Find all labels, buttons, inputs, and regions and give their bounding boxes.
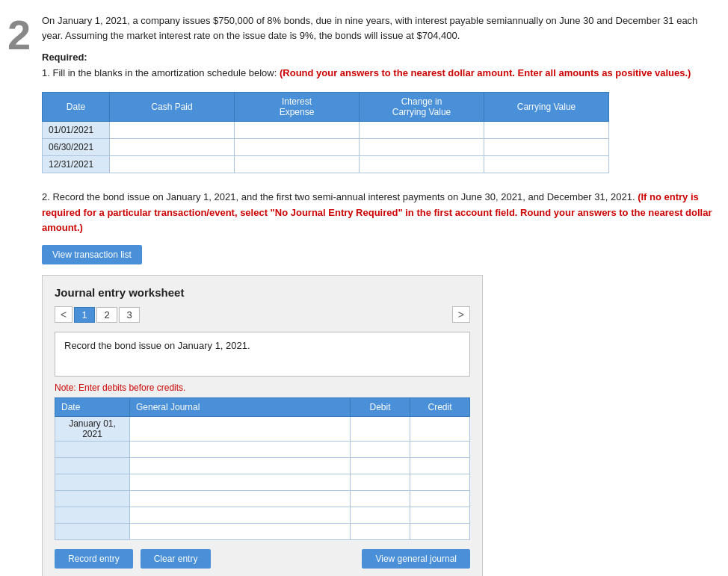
journal-credit-6[interactable] (410, 507, 470, 524)
journal-row-6 (55, 507, 470, 524)
journal-debit-input-7[interactable] (355, 527, 405, 537)
amort-cash-paid-input-3[interactable] (116, 159, 228, 170)
journal-debit-4[interactable] (351, 474, 410, 491)
journal-credit-input-1[interactable] (415, 424, 465, 434)
amort-carrying-input-3[interactable] (490, 159, 602, 170)
journal-row-4 (55, 474, 470, 491)
amort-change-input-3[interactable] (365, 159, 478, 170)
amort-cash-paid-1[interactable] (110, 121, 235, 138)
journal-gj-input-3[interactable] (135, 461, 345, 471)
journal-debit-input-1[interactable] (355, 424, 405, 434)
journal-credit-input-6[interactable] (415, 510, 465, 521)
journal-debit-1[interactable] (351, 417, 410, 442)
amort-interest-3[interactable] (235, 155, 360, 173)
amort-cash-paid-2[interactable] (110, 138, 235, 155)
journal-gj-5[interactable] (130, 491, 351, 507)
amort-cash-paid-input-2[interactable] (116, 142, 228, 152)
view-general-journal-button[interactable]: View general journal (362, 549, 470, 569)
page-1-button[interactable]: 1 (74, 307, 95, 323)
col-header-change-carrying: Change inCarrying Value (360, 92, 484, 121)
journal-debit-input-2[interactable] (355, 445, 405, 455)
journal-date-5 (55, 491, 130, 507)
col-header-carrying-value: Carrying Value (484, 92, 609, 121)
amort-date-3: 12/31/2021 (43, 155, 110, 173)
journal-debit-7[interactable] (351, 524, 410, 540)
amort-date-2: 06/30/2021 (43, 138, 110, 155)
journal-debit-2[interactable] (351, 442, 410, 458)
amort-cash-paid-3[interactable] (110, 155, 235, 173)
journal-credit-5[interactable] (410, 491, 470, 507)
instruction1: 1. Fill in the blanks in the amortizatio… (42, 66, 713, 81)
buttons-row: Record entry Clear entry View general jo… (55, 549, 470, 569)
journal-gj-input-7[interactable] (135, 527, 345, 537)
amort-date-1: 01/01/2021 (43, 121, 110, 138)
journal-col-debit: Debit (351, 398, 410, 417)
journal-gj-7[interactable] (130, 524, 351, 540)
journal-gj-3[interactable] (130, 458, 351, 474)
amort-carrying-1[interactable] (484, 121, 609, 138)
journal-credit-2[interactable] (410, 442, 470, 458)
amort-interest-input-2[interactable] (241, 142, 353, 152)
journal-date-2 (55, 442, 130, 458)
amort-change-input-1[interactable] (365, 125, 478, 135)
journal-col-date: Date (55, 398, 130, 417)
journal-gj-input-5[interactable] (135, 494, 345, 504)
amort-change-2[interactable] (360, 138, 484, 155)
journal-row-3 (55, 458, 470, 474)
table-row: 06/30/2021 (43, 138, 609, 155)
col-header-date: Date (43, 92, 110, 121)
journal-credit-input-5[interactable] (415, 494, 465, 504)
amort-interest-input-3[interactable] (241, 159, 353, 170)
intro-text: On January 1, 2021, a company issues $75… (42, 13, 713, 43)
journal-debit-input-3[interactable] (355, 461, 405, 471)
journal-credit-input-4[interactable] (415, 477, 465, 488)
amort-carrying-input-1[interactable] (490, 125, 602, 135)
amort-interest-2[interactable] (235, 138, 360, 155)
pagination-row: < 1 2 3 > (55, 306, 470, 323)
journal-gj-input-1[interactable] (135, 424, 345, 434)
journal-gj-input-6[interactable] (135, 510, 345, 521)
journal-debit-6[interactable] (351, 507, 410, 524)
journal-gj-4[interactable] (130, 474, 351, 491)
clear-entry-button[interactable]: Clear entry (141, 549, 212, 569)
amort-interest-input-1[interactable] (241, 125, 353, 135)
journal-row-5 (55, 491, 470, 507)
journal-gj-1[interactable] (130, 417, 351, 442)
journal-gj-2[interactable] (130, 442, 351, 458)
next-page-button[interactable]: > (452, 306, 470, 323)
journal-gj-input-2[interactable] (135, 445, 345, 455)
journal-gj-input-4[interactable] (135, 477, 345, 488)
journal-credit-input-7[interactable] (415, 527, 465, 537)
journal-debit-input-5[interactable] (355, 494, 405, 504)
journal-credit-input-2[interactable] (415, 445, 465, 455)
page-2-button[interactable]: 2 (96, 307, 117, 323)
journal-credit-1[interactable] (410, 417, 470, 442)
amort-change-3[interactable] (360, 155, 484, 173)
journal-credit-3[interactable] (410, 458, 470, 474)
journal-date-4 (55, 474, 130, 491)
journal-credit-4[interactable] (410, 474, 470, 491)
view-transaction-list-button[interactable]: View transaction list (42, 245, 142, 264)
amort-change-input-2[interactable] (365, 142, 478, 152)
journal-debit-5[interactable] (351, 491, 410, 507)
prev-page-button[interactable]: < (55, 306, 73, 323)
instruction1-bold: (Round your answers to the nearest dolla… (280, 67, 691, 78)
journal-date-6 (55, 507, 130, 524)
journal-credit-input-3[interactable] (415, 461, 465, 471)
amort-carrying-2[interactable] (484, 138, 609, 155)
amort-change-1[interactable] (360, 121, 484, 138)
page-3-button[interactable]: 3 (119, 307, 140, 323)
journal-debit-input-6[interactable] (355, 510, 405, 521)
col-header-cash-paid: Cash Paid (110, 92, 235, 121)
journal-gj-6[interactable] (130, 507, 351, 524)
col-header-interest-expense: InterestExpense (235, 92, 360, 121)
journal-debit-input-4[interactable] (355, 477, 405, 488)
amort-interest-1[interactable] (235, 121, 360, 138)
journal-debit-3[interactable] (351, 458, 410, 474)
amort-carrying-input-2[interactable] (490, 142, 602, 152)
amort-carrying-3[interactable] (484, 155, 609, 173)
record-entry-button[interactable]: Record entry (55, 549, 133, 569)
journal-credit-7[interactable] (410, 524, 470, 540)
journal-date-3 (55, 458, 130, 474)
amort-cash-paid-input-1[interactable] (116, 125, 228, 135)
